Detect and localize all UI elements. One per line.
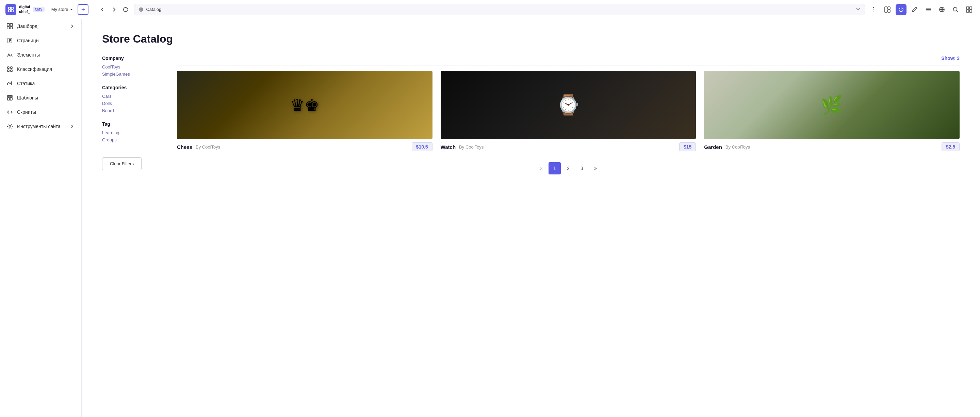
products-header: Show: 3 [177,56,959,66]
svg-rect-5 [885,7,887,12]
svg-point-33 [9,126,11,128]
filter-item-groups[interactable]: Groups [102,137,163,142]
svg-rect-2 [8,10,11,12]
chess-image: ♛♚ [177,71,433,139]
watch-info: Watch By CoolToys $15 [441,142,696,151]
svg-rect-0 [8,7,11,9]
chess-name: Chess [177,144,192,150]
sidebar-label-dashboard: Дашборд [17,24,66,29]
add-page-button[interactable]: + [78,4,89,15]
garden-by: By CoolToys [725,144,750,150]
show-count: 3 [957,56,959,61]
watch-name: Watch [441,144,456,150]
content-area: Store Catalog Company CoolToys SimpleGam… [82,19,980,417]
logo-icon [5,4,16,15]
pagination: « 1 2 3 » [177,162,959,174]
svg-rect-1 [11,7,13,9]
filter-item-cars[interactable]: Cars [102,94,163,99]
filter-group-tag: Tag Learning Groups [102,121,163,142]
filter-item-dolls[interactable]: Dolls [102,101,163,106]
svg-rect-19 [10,24,13,26]
url-text: Catalog [146,7,161,12]
product-card-chess: ♛♚ Chess By CoolToys $10.5 [177,71,433,151]
pagination-next[interactable]: » [589,162,601,174]
store-selector[interactable]: My store [51,7,74,12]
svg-rect-31 [8,97,10,100]
sidebar-item-elements[interactable]: Элементы [0,48,81,62]
sidebar-label-pages: Страницы [17,38,75,43]
edit-icon-button[interactable] [909,4,920,15]
sidebar-item-dashboard[interactable]: Дашборд [0,19,81,34]
power-icon-button[interactable] [896,4,907,15]
sidebar-item-templates[interactable]: Шаблоны [0,91,81,105]
cms-badge: CMS [33,7,44,12]
sidebar-item-classification[interactable]: Классификация [0,62,81,76]
url-bar[interactable]: Catalog [134,4,865,15]
chess-by: By CoolToys [196,144,220,150]
sidebar-item-site-tools[interactable]: Инструменты сайта [0,119,81,134]
filter-item-learning[interactable]: Learning [102,130,163,135]
sidebar-item-pages[interactable]: Страницы [0,34,81,48]
filter-item-board[interactable]: Board [102,108,163,113]
filter-tag-title: Tag [102,121,163,127]
more-options-button[interactable]: ⋮ [869,5,878,14]
svg-rect-26 [8,67,9,69]
filter-item-simplegames[interactable]: SimpleGames [102,72,163,77]
search-icon-button[interactable] [950,4,961,15]
products-grid: ♛♚ Chess By CoolToys $10.5 [177,71,959,151]
page-frame: Store Catalog Company CoolToys SimpleGam… [82,19,980,417]
svg-rect-27 [11,67,12,69]
forward-button[interactable] [110,5,118,14]
refresh-button[interactable] [121,5,130,14]
svg-rect-7 [888,10,890,12]
catalog-title: Store Catalog [102,33,959,45]
chess-price: $10.5 [412,142,433,151]
svg-rect-17 [969,10,972,12]
svg-rect-18 [7,24,10,26]
svg-rect-20 [7,27,10,29]
layout-icon-button[interactable] [882,4,893,15]
svg-rect-3 [11,10,13,12]
pagination-page-2[interactable]: 2 [562,162,574,174]
svg-point-12 [953,7,957,11]
grid-icon-button[interactable] [964,4,975,15]
logo-area: digitalchief_ CMS [5,4,45,15]
pagination-prev[interactable]: « [535,162,547,174]
sidebar-label-site-tools: Инструменты сайта [17,124,66,129]
filters-panel: Company CoolToys SimpleGames Categories … [102,56,163,174]
filter-group-company: Company CoolToys SimpleGames [102,56,163,77]
chevron-right-icon-2 [70,124,75,129]
filter-group-categories: Categories Cars Dolls Board [102,85,163,113]
chevron-right-icon [70,24,75,29]
pagination-page-3[interactable]: 3 [576,162,588,174]
main-layout: Дашборд Страницы Элементы Классификация … [0,19,980,417]
sidebar-label-scripts: Скрипты [17,109,75,115]
svg-rect-30 [8,95,12,97]
back-button[interactable] [98,5,107,14]
watch-image: ⌚ [441,71,696,139]
svg-rect-6 [888,7,890,9]
top-bar: digitalchief_ CMS My store + Catalog ⋮ [0,0,980,19]
filter-item-cooltoys[interactable]: CoolToys [102,64,163,69]
sidebar-label-elements: Элементы [17,52,75,58]
garden-name: Garden [704,144,722,150]
filter-company-title: Company [102,56,163,61]
svg-rect-21 [10,27,13,29]
product-card-garden: 🌿 Garden By CoolToys $2.5 [704,71,959,151]
svg-rect-29 [11,70,12,72]
nav-controls [98,5,130,14]
watch-by: By CoolToys [459,144,484,150]
garden-image: 🌿 [704,71,959,139]
svg-rect-16 [966,10,969,12]
list-icon-button[interactable] [923,4,934,15]
watch-price: $15 [679,142,696,151]
sidebar-item-scripts[interactable]: Скрипты [0,105,81,119]
url-expand-button[interactable] [856,6,861,12]
pagination-page-1[interactable]: 1 [549,162,561,174]
show-label: Show: 3 [941,56,959,61]
sidebar-label-classification: Классификация [17,66,75,72]
sidebar-item-statics[interactable]: Статика [0,76,81,91]
globe-icon-button[interactable] [937,4,947,15]
filter-categories-title: Categories [102,85,163,90]
clear-filters-button[interactable]: Clear Filters [102,157,142,170]
